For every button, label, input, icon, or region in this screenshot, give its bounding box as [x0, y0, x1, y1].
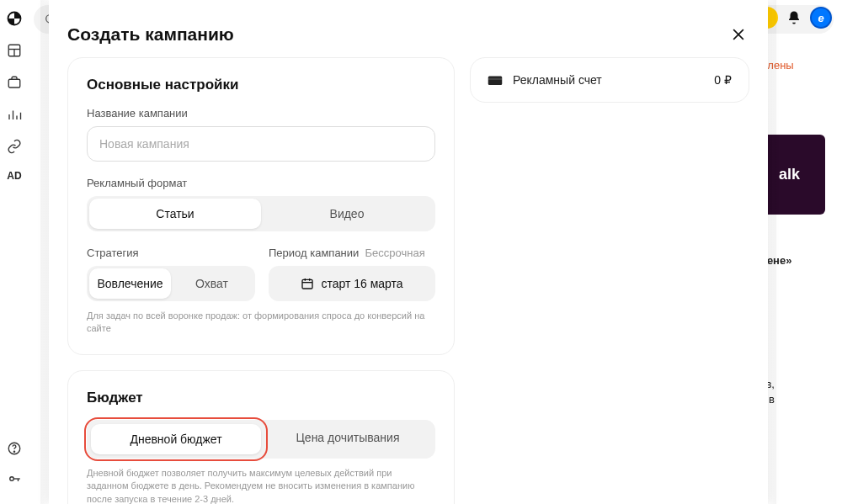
svg-rect-4: [8, 79, 20, 88]
calendar-icon: [301, 277, 314, 290]
campaign-name-label: Название кампании: [87, 107, 435, 119]
period-label: Период кампании Бессрочная: [269, 247, 435, 259]
modal-title: Создать кампанию: [67, 24, 234, 45]
ad-account-value: 0 ₽: [714, 73, 732, 87]
format-video-button[interactable]: Видео: [261, 199, 433, 229]
budget-daily-button[interactable]: Дневной бюджет: [91, 424, 261, 454]
svg-point-10: [13, 451, 14, 452]
format-articles-button[interactable]: Статьи: [89, 199, 261, 229]
bell-icon[interactable]: [786, 10, 802, 25]
format-label: Рекламный формат: [87, 177, 435, 189]
create-campaign-modal: Создать кампанию Основные настройки Назв…: [49, 0, 768, 504]
main-settings-card: Основные настройки Название кампании Рек…: [67, 57, 455, 355]
svg-rect-23: [488, 78, 503, 80]
campaign-name-input[interactable]: [87, 126, 435, 162]
link-icon[interactable]: [6, 138, 23, 155]
stats-icon[interactable]: [6, 106, 23, 123]
strategy-segmented: Вовлечение Охват: [87, 266, 255, 301]
avatar-blue[interactable]: e: [810, 7, 832, 29]
wallet-icon: [488, 74, 503, 86]
strategy-engagement-button[interactable]: Вовлечение: [89, 268, 171, 299]
budget-hint: Дневной бюджет позволяет получить максим…: [87, 467, 435, 504]
budget-cpr-button[interactable]: Цена дочитывания: [263, 422, 433, 453]
svg-point-11: [10, 477, 14, 481]
logo-icon[interactable]: [6, 10, 23, 27]
left-nav-rail: AD: [0, 0, 29, 504]
settings-key-icon[interactable]: [6, 470, 23, 487]
help-icon[interactable]: [6, 440, 23, 457]
strategy-reach-button[interactable]: Охват: [171, 268, 253, 299]
strategy-label: Стратегия: [87, 247, 255, 259]
period-button[interactable]: старт 16 марта: [269, 266, 435, 301]
ad-label[interactable]: AD: [5, 170, 24, 182]
main-settings-title: Основные настройки: [87, 77, 435, 93]
ad-account-card[interactable]: Рекламный счет 0 ₽: [470, 57, 749, 103]
svg-rect-22: [488, 77, 503, 86]
close-icon: [730, 26, 747, 43]
budget-mode-segmented: Дневной бюджет Цена дочитывания: [87, 420, 435, 459]
budget-title: Бюджет: [87, 390, 435, 406]
dashboard-icon[interactable]: [6, 42, 23, 59]
strategy-hint: Для задач по всей воронке продаж: от фор…: [87, 310, 435, 336]
highlight-ring: Дневной бюджет: [84, 417, 268, 461]
format-segmented: Статьи Видео: [87, 196, 435, 231]
close-button[interactable]: [727, 24, 749, 45]
briefcase-icon[interactable]: [6, 74, 23, 91]
budget-card: Бюджет Дневной бюджет Цена дочитывания Д…: [67, 370, 455, 504]
ad-account-label: Рекламный счет: [513, 73, 704, 87]
svg-rect-18: [302, 279, 312, 289]
